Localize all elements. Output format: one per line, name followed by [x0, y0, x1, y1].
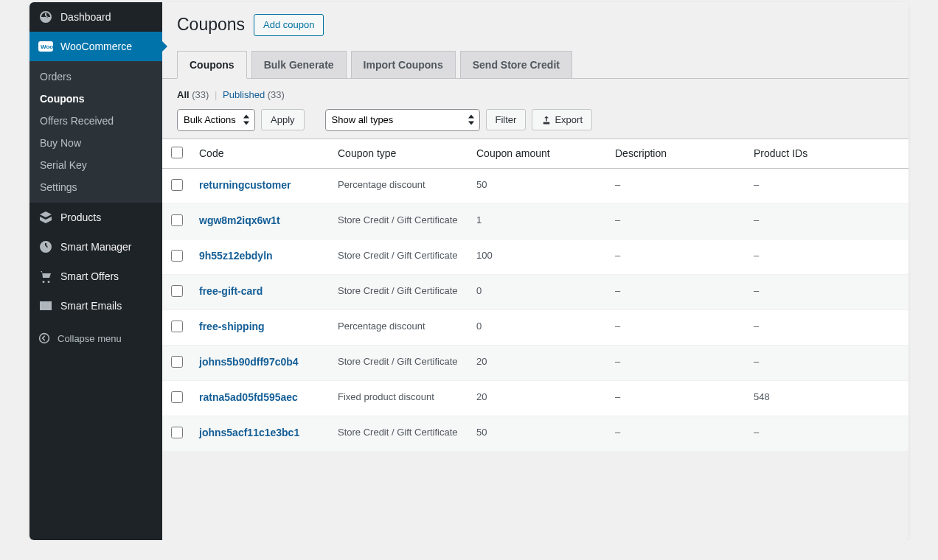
cell-coupon-amount: 0 — [469, 274, 608, 309]
sidebar-label-dashboard: Dashboard — [60, 11, 111, 23]
th-code[interactable]: Code — [192, 139, 330, 168]
view-all-link[interactable]: All (33) — [177, 89, 212, 100]
cell-coupon-amount: 0 — [469, 309, 608, 345]
table-row: wgw8m2iqx6w1tStore Credit / Gift Certifi… — [162, 203, 909, 239]
sidebar-item-smart-manager[interactable]: Smart Manager — [29, 232, 162, 262]
view-published-link[interactable]: Published (33) — [223, 89, 285, 100]
cell-product-ids: – — [746, 168, 909, 203]
cell-description: – — [608, 168, 746, 203]
email-icon — [38, 298, 53, 313]
cell-coupon-type: Store Credit / Gift Certificate — [330, 274, 469, 309]
main-content: Coupons Add coupon Coupons Bulk Generate… — [162, 2, 909, 540]
view-published-label: Published — [223, 89, 265, 100]
dashboard-icon — [38, 10, 53, 24]
cart-icon — [38, 269, 53, 284]
sidebar-item-smart-emails[interactable]: Smart Emails — [29, 291, 162, 321]
smart-manager-icon — [38, 239, 53, 254]
view-all-count: (33) — [192, 89, 209, 100]
bulk-actions-select[interactable]: Bulk Actions — [177, 109, 255, 131]
th-coupon-amount[interactable]: Coupon amount — [469, 139, 608, 168]
submenu-item-settings[interactable]: Settings — [29, 176, 162, 198]
sidebar-item-products[interactable]: Products — [29, 203, 162, 232]
tab-coupons[interactable]: Coupons — [177, 51, 247, 79]
submenu-item-offers-received[interactable]: Offers Received — [29, 110, 162, 132]
coupon-type-select[interactable]: Show all types — [325, 109, 480, 131]
page-title: Coupons — [177, 15, 245, 35]
sidebar-label-smart-emails: Smart Emails — [60, 300, 122, 312]
export-icon — [541, 115, 552, 125]
add-coupon-button[interactable]: Add coupon — [254, 14, 324, 36]
view-all-label: All — [177, 89, 190, 100]
table-row: johns5b90dff97c0b4Store Credit / Gift Ce… — [162, 345, 909, 380]
tab-bulk-generate[interactable]: Bulk Generate — [251, 51, 347, 78]
filter-button[interactable]: Filter — [486, 109, 527, 131]
cell-coupon-amount: 20 — [469, 345, 608, 380]
cell-coupon-type: Store Credit / Gift Certificate — [330, 345, 469, 380]
cell-coupon-amount: 50 — [469, 168, 608, 203]
tab-send-store-credit[interactable]: Send Store Credit — [460, 51, 572, 78]
tab-import-coupons[interactable]: Import Coupons — [351, 51, 456, 78]
view-published-count: (33) — [268, 89, 285, 100]
export-label: Export — [555, 113, 583, 127]
collapse-menu-button[interactable]: Collapse menu — [29, 321, 162, 356]
coupon-code-link[interactable]: free-shipping — [199, 321, 265, 332]
cell-description: – — [608, 203, 746, 239]
export-button[interactable]: Export — [532, 109, 592, 131]
woocommerce-submenu: Orders Coupons Offers Received Buy Now S… — [29, 61, 162, 203]
cell-description: – — [608, 239, 746, 274]
th-description[interactable]: Description — [608, 139, 746, 168]
cell-product-ids: 548 — [746, 380, 909, 416]
cell-coupon-amount: 50 — [469, 416, 608, 451]
coupon-code-link[interactable]: wgw8m2iqx6w1t — [199, 214, 280, 226]
row-checkbox[interactable] — [171, 179, 183, 191]
tabs: Coupons Bulk Generate Import Coupons Sen… — [162, 51, 909, 79]
row-checkbox[interactable] — [171, 356, 183, 368]
apply-button[interactable]: Apply — [261, 109, 305, 131]
sidebar-label-smart-manager: Smart Manager — [60, 241, 131, 253]
row-checkbox[interactable] — [171, 285, 183, 297]
sidebar-label-smart-offers: Smart Offers — [60, 270, 119, 282]
submenu-item-serial-key[interactable]: Serial Key — [29, 154, 162, 176]
row-checkbox[interactable] — [171, 391, 183, 403]
sidebar-item-smart-offers[interactable]: Smart Offers — [29, 262, 162, 291]
cell-description: – — [608, 274, 746, 309]
table-row: returningcustomerPercentage discount50–– — [162, 168, 909, 203]
woocommerce-icon: Woo — [38, 39, 53, 54]
table-row: free-shippingPercentage discount0–– — [162, 309, 909, 345]
row-checkbox[interactable] — [171, 250, 183, 262]
coupon-code-link[interactable]: johns5acf11c1e3bc1 — [199, 427, 299, 438]
sidebar-item-dashboard[interactable]: Dashboard — [29, 2, 162, 32]
coupon-code-link[interactable]: 9h55z12ebdyln — [199, 250, 273, 262]
coupon-code-link[interactable]: returningcustomer — [199, 179, 291, 191]
cell-description: – — [608, 416, 746, 451]
svg-text:Woo: Woo — [41, 43, 53, 50]
coupons-table: Code Coupon type Coupon amount Descripti… — [162, 139, 909, 452]
admin-sidebar: Dashboard Woo WooCommerce Orders Coupons… — [29, 2, 162, 540]
cell-coupon-type: Percentage discount — [330, 309, 469, 345]
row-checkbox[interactable] — [171, 321, 183, 332]
cell-coupon-amount: 1 — [469, 203, 608, 239]
cell-description: – — [608, 345, 746, 380]
row-checkbox[interactable] — [171, 214, 183, 226]
cell-description: – — [608, 380, 746, 416]
view-filter: All (33) | Published (33) — [162, 79, 909, 109]
coupon-code-link[interactable]: ratna5ad05fd595aec — [199, 391, 298, 403]
coupon-code-link[interactable]: free-gift-card — [199, 285, 263, 297]
cell-product-ids: – — [746, 345, 909, 380]
collapse-icon — [38, 332, 50, 344]
cell-coupon-type: Percentage discount — [330, 168, 469, 203]
sidebar-label-products: Products — [60, 211, 101, 223]
row-checkbox[interactable] — [171, 427, 183, 438]
th-coupon-type[interactable]: Coupon type — [330, 139, 469, 168]
submenu-item-coupons[interactable]: Coupons — [29, 88, 162, 110]
cell-coupon-type: Store Credit / Gift Certificate — [330, 416, 469, 451]
sidebar-item-woocommerce[interactable]: Woo WooCommerce — [29, 32, 162, 61]
submenu-item-orders[interactable]: Orders — [29, 66, 162, 88]
submenu-item-buy-now[interactable]: Buy Now — [29, 132, 162, 154]
th-product-ids[interactable]: Product IDs — [746, 139, 909, 168]
select-all-checkbox[interactable] — [171, 147, 183, 158]
cell-product-ids: – — [746, 274, 909, 309]
coupon-code-link[interactable]: johns5b90dff97c0b4 — [199, 356, 299, 368]
cell-product-ids: – — [746, 309, 909, 345]
table-row: free-gift-cardStore Credit / Gift Certif… — [162, 274, 909, 309]
